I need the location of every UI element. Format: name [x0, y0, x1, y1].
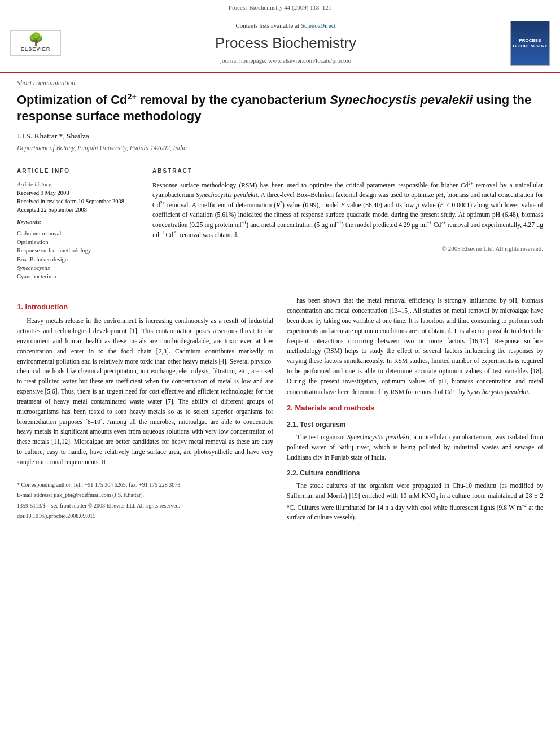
email-footnote: E-mail address: jiak_pbi@rediffmail.com …: [17, 491, 273, 500]
article-history: Article history: Received 9 May 2008 Rec…: [17, 180, 129, 215]
section-divider: [17, 289, 543, 289]
keyword-6: Cyanobacterium: [17, 272, 129, 281]
title-superscript: 2+: [128, 92, 137, 101]
culture-conditions-text: The stock cultures of the organism were …: [287, 481, 543, 523]
keyword-5: Synechocystis: [17, 264, 129, 272]
abstract-text: Response surface methodology (RSM) has b…: [152, 180, 543, 241]
keywords-section: Keywords: Cadmium removal Optimization R…: [17, 219, 129, 281]
journal-header: 🌳 ELSEVIER Contents lists available at S…: [0, 15, 560, 73]
affiliation: Department of Botany, Punjabi University…: [17, 143, 543, 153]
journal-reference-bar: Process Biochemistry 44 (2009) 118–121: [0, 0, 560, 15]
keyword-2: Optimization: [17, 238, 129, 246]
info-abstract-section: ARTICLE INFO Article history: Received 9…: [17, 161, 543, 281]
section1-heading: 1. Introduction: [17, 302, 273, 313]
doi-footnote: doi:10.1016/j.procbio.2008.09.015: [17, 512, 273, 521]
article-title: Optimization of Cd2+ removal by the cyan…: [17, 91, 543, 125]
corresponding-footnote: * Corresponding author. Tel.: +91 175 30…: [17, 480, 273, 490]
article-info-heading: ARTICLE INFO: [17, 167, 129, 176]
abstract-heading: ABSTRACT: [152, 167, 543, 176]
intro-para1: Heavy metals release in the environment …: [17, 316, 273, 467]
body-columns: 1. Introduction Heavy metals release in …: [17, 296, 543, 526]
test-organism-text: The test organism Synechocystis pevaleki…: [287, 433, 543, 462]
footnote-section: * Corresponding author. Tel.: +91 175 30…: [17, 477, 273, 521]
sciencedirect-line: Contents lists available at ScienceDirec…: [67, 21, 505, 30]
elsevier-tree-icon: 🌳: [28, 33, 43, 46]
elsevier-logo: 🌳 ELSEVIER: [10, 30, 61, 56]
revised-date: Received in revised form 10 September 20…: [17, 197, 129, 206]
keyword-1: Cadmium removal: [17, 229, 129, 238]
title-part1: Optimization of Cd: [17, 93, 128, 107]
received-date: Received 9 May 2008: [17, 189, 129, 197]
authors: J.I.S. Khattar *, Shailza: [17, 130, 543, 142]
history-label: Article history:: [17, 180, 129, 189]
contents-text: Contents lists available at: [235, 22, 299, 29]
left-column: 1. Introduction Heavy metals release in …: [17, 296, 273, 526]
right-column: has been shown that the metal removal ef…: [287, 296, 543, 526]
intro-para2: has been shown that the metal removal ef…: [287, 296, 543, 397]
article-type: Short communication: [17, 78, 543, 88]
main-content: Short communication Optimization of Cd2+…: [0, 73, 560, 538]
copyright: © 2008 Elsevier Ltd. All rights reserved…: [152, 244, 543, 254]
journal-title: Process Biochemistry: [67, 33, 505, 54]
article-info-panel: ARTICLE INFO Article history: Received 9…: [17, 167, 141, 281]
keyword-4: Box–Behnken design: [17, 255, 129, 264]
page-wrapper: Process Biochemistry 44 (2009) 118–121 🌳…: [0, 0, 560, 538]
title-part2: removal by the cyanobacterium: [137, 93, 330, 107]
pb-logo: PROCESSBIOCHEMISTRY: [510, 21, 550, 66]
keyword-3: Response surface methodology: [17, 246, 129, 255]
subsection22-heading: 2.2. Culture conditions: [287, 468, 543, 479]
title-italic: Synechocystis pevalekii: [330, 93, 473, 107]
journal-homepage: journal homepage: www.elsevier.com/locat…: [67, 56, 505, 65]
issn-footnote: 1359-5113/$ – see front matter © 2008 El…: [17, 501, 273, 510]
journal-title-block: Contents lists available at ScienceDirec…: [67, 21, 505, 65]
subsection21-heading: 2.1. Test organism: [287, 420, 543, 430]
pb-logo-text: PROCESSBIOCHEMISTRY: [513, 38, 547, 49]
journal-reference: Process Biochemistry 44 (2009) 118–121: [229, 4, 331, 11]
sciencedirect-link[interactable]: ScienceDirect: [301, 22, 336, 29]
section2-heading: 2. Materials and methods: [287, 403, 543, 414]
abstract-section: ABSTRACT Response surface methodology (R…: [141, 167, 543, 281]
keywords-heading: Keywords:: [17, 219, 129, 227]
elsevier-label: ELSEVIER: [21, 46, 51, 53]
accepted-date: Accepted 22 September 2008: [17, 206, 129, 214]
